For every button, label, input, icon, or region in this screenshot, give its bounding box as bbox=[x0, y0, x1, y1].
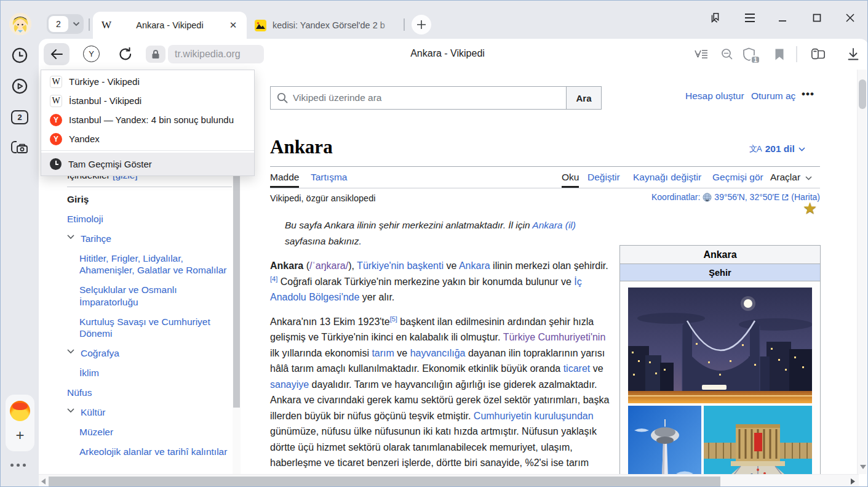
toc-item-arkeolojik[interactable]: Arkeolojik alanlar ve tarihî kalıntılar bbox=[67, 446, 232, 458]
wiki-search-input[interactable] bbox=[293, 92, 566, 103]
screenshot-sidebar-button[interactable] bbox=[10, 139, 29, 157]
panels-button[interactable] bbox=[708, 10, 723, 25]
infobox: Ankara Şehir bbox=[619, 245, 821, 487]
new-tab-button[interactable] bbox=[412, 15, 431, 34]
site-security-chip[interactable] bbox=[146, 46, 165, 63]
sidebar-more-button[interactable] bbox=[10, 464, 29, 467]
wiki-link[interactable]: sanayiye bbox=[270, 379, 309, 390]
history-item[interactable]: W İstanbul - Vikipedi bbox=[41, 91, 254, 110]
close-tab-icon[interactable]: ✕ bbox=[227, 19, 239, 31]
downloads-button[interactable] bbox=[846, 47, 861, 62]
toc-item-selcuklular[interactable]: Selçuklular ve Osmanlı İmparatorluğu bbox=[67, 284, 232, 308]
tab-degistir[interactable]: Değiştir bbox=[587, 172, 620, 183]
wiki-link[interactable]: [5] bbox=[390, 315, 397, 322]
search-icon bbox=[277, 92, 288, 103]
language-selector[interactable]: 文A 201 dil bbox=[749, 143, 805, 155]
tab-kaynagi-degistir[interactable]: Kaynağı değiştir bbox=[633, 172, 701, 183]
ankara-night-skyline-photo[interactable] bbox=[628, 288, 812, 403]
create-account-link[interactable]: Hesap oluştur bbox=[685, 91, 744, 102]
history-sidebar-button[interactable] bbox=[10, 46, 29, 65]
tab-oku[interactable]: Oku bbox=[562, 172, 579, 188]
collections-button[interactable] bbox=[811, 47, 826, 62]
yandex-start-logo[interactable] bbox=[10, 401, 30, 421]
profile-avatar[interactable] bbox=[9, 13, 31, 35]
tabs-sidebar-button[interactable]: 2 bbox=[10, 108, 29, 126]
wiki-search-button[interactable]: Ara bbox=[566, 86, 602, 110]
account-more-button[interactable]: ••• bbox=[802, 88, 814, 100]
tools-dropdown[interactable]: Araçlar bbox=[770, 172, 812, 183]
chevron-down-icon[interactable] bbox=[67, 235, 74, 239]
maximize-button[interactable] bbox=[810, 10, 824, 25]
article-nav-tabs: Madde Tartışma Oku Değiştir Kaynağı deği… bbox=[270, 170, 820, 188]
toc-item-etimoloji[interactable]: Etimoloji bbox=[67, 213, 232, 225]
featured-article-star-icon[interactable]: ★ bbox=[803, 199, 817, 218]
browser-toolbar: Y tr.wikipedia.org Ankara - Vikipedi bbox=[39, 39, 868, 70]
add-service-button[interactable]: + bbox=[6, 427, 34, 444]
wiki-link[interactable]: Cumhuriyetin kuruluşundan bbox=[474, 411, 594, 421]
back-button[interactable] bbox=[44, 43, 70, 65]
history-item[interactable]: Y Istanbul — Yandex: 4 bin sonuç bulundu bbox=[41, 110, 254, 129]
wiki-link[interactable]: başkenti bbox=[407, 260, 444, 271]
video-sidebar-button[interactable] bbox=[10, 77, 29, 95]
toc-item-muzeler[interactable]: Müzeler bbox=[67, 426, 232, 438]
wiki-link[interactable]: tarım bbox=[372, 348, 394, 358]
tab-ankara-vikipedi[interactable]: W Ankara - Vikipedi ✕ bbox=[93, 12, 247, 39]
yandex-button[interactable]: Y bbox=[83, 46, 100, 62]
reader-mode-button[interactable] bbox=[694, 47, 709, 62]
wiki-link[interactable]: Ankara bbox=[459, 260, 490, 271]
clock-icon bbox=[50, 158, 62, 170]
show-full-history-item[interactable]: Tam Geçmişi Göster bbox=[41, 153, 254, 175]
close-window-button[interactable] bbox=[843, 10, 858, 25]
coordinates-value[interactable]: 39°56′N, 32°50′E bbox=[714, 192, 779, 202]
wiki-link[interactable]: [4] bbox=[270, 275, 277, 282]
scroll-left-arrow-icon[interactable] bbox=[41, 478, 46, 485]
vertical-scrollbar[interactable] bbox=[857, 70, 867, 474]
minimize-button[interactable] bbox=[775, 10, 790, 25]
tab-tartisma[interactable]: Tartışma bbox=[311, 172, 347, 183]
toc-item-tarihce[interactable]: Tarihçe bbox=[81, 233, 232, 245]
chevron-down-icon[interactable] bbox=[68, 22, 84, 26]
hamburger-icon bbox=[744, 13, 756, 23]
login-link[interactable]: Oturum aç bbox=[751, 91, 795, 102]
chevron-down-icon[interactable] bbox=[67, 349, 74, 354]
reload-button[interactable] bbox=[117, 46, 133, 62]
chevron-down-icon bbox=[805, 176, 812, 180]
horizontal-scrollbar-thumb[interactable] bbox=[49, 477, 720, 486]
toc-scrollbar[interactable] bbox=[233, 168, 241, 474]
bookmark-button[interactable] bbox=[772, 47, 787, 62]
divider bbox=[796, 46, 797, 62]
tab-count: 2 bbox=[49, 16, 68, 32]
zoom-button[interactable] bbox=[720, 47, 735, 62]
menu-button[interactable] bbox=[743, 10, 757, 25]
history-item[interactable]: W Türkiye - Vikipedi bbox=[41, 72, 254, 91]
wiki-link[interactable]: Türkiye'nin bbox=[357, 260, 404, 271]
history-item[interactable]: Y Yandex bbox=[41, 129, 254, 148]
reload-icon bbox=[117, 46, 133, 62]
toc-scrollbar-thumb[interactable] bbox=[233, 168, 240, 408]
toc-item-giris[interactable]: Giriş bbox=[67, 193, 232, 206]
wiki-link[interactable]: ticaret bbox=[563, 363, 591, 374]
toolbar-page-title: Ankara - Vikipedi bbox=[285, 48, 610, 59]
toc-item-kultur[interactable]: Kültür bbox=[81, 406, 232, 419]
chevron-down-icon[interactable] bbox=[67, 408, 74, 413]
toc-item-kurtulus[interactable]: Kurtuluş Savaşı ve Cumhuriyet Dönemi bbox=[67, 316, 232, 340]
wiki-link[interactable]: Ankara (il) bbox=[532, 220, 576, 230]
horizontal-scrollbar[interactable] bbox=[39, 474, 859, 487]
tab-madde[interactable]: Madde bbox=[270, 172, 299, 188]
address-bar[interactable]: tr.wikipedia.org bbox=[168, 45, 264, 63]
wiki-link[interactable]: Türkiye Cumhuriyeti'nin bbox=[503, 332, 606, 342]
vertical-scrollbar-thumb[interactable] bbox=[859, 79, 866, 109]
scroll-right-arrow-icon[interactable] bbox=[851, 478, 855, 485]
wiki-link[interactable]: hayvancılığa bbox=[410, 348, 466, 358]
toc-item-iklim[interactable]: İklim bbox=[67, 367, 232, 379]
yandex-favicon: Y bbox=[50, 114, 62, 126]
tab-gecmisi-gor[interactable]: Geçmişi gör bbox=[712, 172, 763, 183]
tab-counter-pill[interactable]: 2 bbox=[47, 14, 84, 34]
toc-item-cografya[interactable]: Coğrafya bbox=[81, 347, 232, 360]
panels-icon bbox=[709, 11, 722, 25]
protect-shield-button[interactable]: 1 bbox=[741, 47, 756, 62]
scroll-down-arrow-icon[interactable] bbox=[860, 465, 866, 469]
toc-item-nufus[interactable]: Nüfus bbox=[67, 387, 232, 399]
toc-item-hititler[interactable]: Hititler, Frigler, Lidyalılar, Ahamenişl… bbox=[67, 252, 232, 276]
wiki-link[interactable]: /ˈaŋkara/ bbox=[309, 260, 348, 271]
